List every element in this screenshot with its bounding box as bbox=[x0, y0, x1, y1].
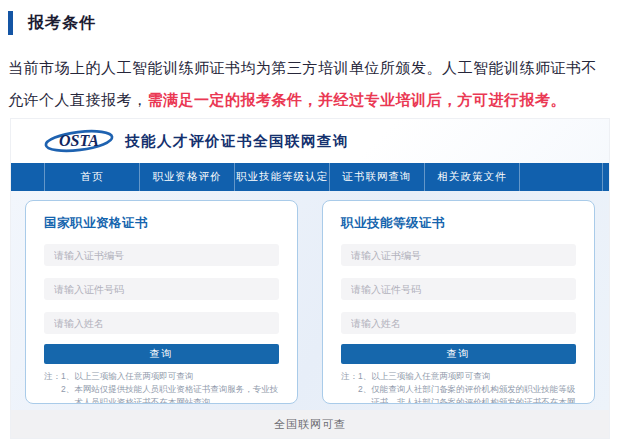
note-right: 注： 1、以上三项输入任意两项即可查询 2、仅能查询人社部门备案的评价机构颁发的… bbox=[341, 370, 576, 404]
site-body: 国家职业资格证书 查询 注： 1、以上三项输入任意两项即可查询 2、本网站仅提供… bbox=[11, 191, 609, 410]
card-title-skill: 职业技能等级证书 bbox=[341, 215, 576, 232]
query-button-right[interactable]: 查询 bbox=[341, 344, 576, 364]
skill-level-card: 职业技能等级证书 查询 注： 1、以上三项输入任意两项即可查询 2、仅能查询人社… bbox=[322, 200, 595, 404]
intro-paragraph: 当前市场上的人工智能训练师证书均为第三方培训单位所颁发。人工智能训练师证书不允许… bbox=[8, 52, 610, 116]
note-line-2-left: 2、本网站仅提供技能人员职业资格证书查询服务，专业技术人员职业资格证书不在本网站… bbox=[61, 383, 279, 404]
page-title: 报考条件 bbox=[28, 13, 96, 34]
intro-text-highlight: 需满足一定的报考条件，并经过专业培训后，方可进行报考。 bbox=[148, 91, 567, 108]
nav-item-home[interactable]: 首页 bbox=[45, 163, 140, 191]
site-header: OSTA 技能人才评价证书全国联网查询 bbox=[11, 119, 609, 163]
site-footer-text: 全国联网可查 bbox=[11, 410, 609, 438]
section-heading: 报考条件 bbox=[8, 10, 620, 36]
cert-number-input-right[interactable] bbox=[341, 244, 576, 266]
note-line-2-right: 2、仅能查询人社部门备案的评价机构颁发的职业技能等级证书，非人社部门备案的评价机… bbox=[358, 383, 576, 404]
nav-item-certificate-query[interactable]: 证书联网查询 bbox=[330, 163, 425, 191]
id-number-input-left[interactable] bbox=[44, 278, 279, 300]
nav-item-policy-files[interactable]: 相关政策文件 bbox=[425, 163, 520, 191]
note-line-1-left: 1、以上三项输入任意两项即可查询 bbox=[61, 370, 279, 383]
card-title-national: 国家职业资格证书 bbox=[44, 215, 279, 232]
name-input-left[interactable] bbox=[44, 312, 279, 334]
osta-logo-text: OSTA bbox=[59, 132, 99, 149]
name-input-right[interactable] bbox=[341, 312, 576, 334]
site-title: 技能人才评价证书全国联网查询 bbox=[125, 132, 349, 151]
nav-spacer bbox=[11, 163, 45, 191]
site-nav: 首页 职业资格评价 职业技能等级认定 证书联网查询 相关政策文件 bbox=[11, 163, 609, 191]
national-qualification-card: 国家职业资格证书 查询 注： 1、以上三项输入任意两项即可查询 2、本网站仅提供… bbox=[25, 200, 298, 404]
osta-site-screenshot: OSTA 技能人才评价证书全国联网查询 首页 职业资格评价 职业技能等级认定 证… bbox=[10, 118, 610, 439]
nav-filler bbox=[520, 163, 603, 191]
heading-accent-bar bbox=[8, 11, 13, 35]
id-number-input-right[interactable] bbox=[341, 278, 576, 300]
cert-number-input-left[interactable] bbox=[44, 244, 279, 266]
note-prefix-left: 注： bbox=[44, 370, 61, 404]
nav-item-skill-level[interactable]: 职业技能等级认定 bbox=[235, 163, 330, 191]
osta-logo-icon: OSTA bbox=[43, 127, 115, 155]
query-button-left[interactable]: 查询 bbox=[44, 344, 279, 364]
note-line-1-right: 1、以上三项输入任意两项即可查询 bbox=[358, 370, 576, 383]
nav-item-vocational-qualification[interactable]: 职业资格评价 bbox=[140, 163, 235, 191]
note-prefix-right: 注： bbox=[341, 370, 358, 404]
note-left: 注： 1、以上三项输入任意两项即可查询 2、本网站仅提供技能人员职业资格证书查询… bbox=[44, 370, 279, 404]
